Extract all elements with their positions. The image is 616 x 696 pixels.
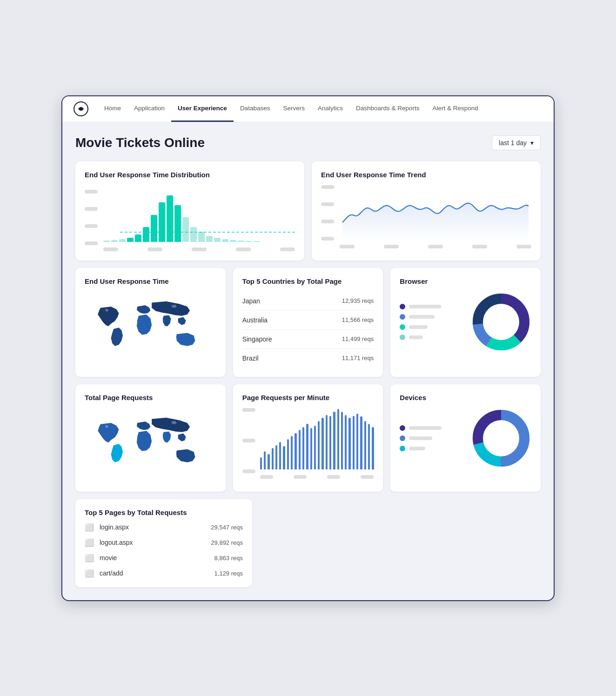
legend-dot (400, 314, 405, 320)
legend-dot (400, 335, 405, 340)
dist-bar (151, 215, 157, 242)
dist-bar (174, 205, 181, 242)
nav-alert[interactable]: Alert & Respond (426, 96, 485, 122)
distribution-chart (103, 185, 295, 246)
y-label (321, 185, 334, 189)
map2-title: Total Page Requests (85, 394, 216, 402)
dist-bar (246, 241, 252, 241)
devices-card: Devices (390, 384, 541, 492)
dist-bar (254, 241, 260, 241)
page-row: ⬜ login.aspx 29,547 reqs (85, 523, 243, 532)
svg-point-6 (483, 304, 519, 340)
y-label (85, 190, 98, 194)
req-bar (279, 442, 281, 469)
dist-bar (206, 236, 213, 242)
browser-donut-area (400, 292, 531, 352)
legend-bar (409, 315, 435, 319)
y-label (242, 469, 255, 473)
legend-bar (409, 447, 425, 450)
legend-dot (400, 425, 405, 431)
req-bar (299, 430, 301, 469)
legend-item (400, 446, 463, 451)
nav-home[interactable]: Home (98, 96, 127, 122)
dist-bar (182, 217, 189, 242)
browser-legend (400, 304, 463, 340)
req-bar (329, 416, 331, 469)
monitor-icon: ⬜ (85, 538, 94, 547)
req-bar (321, 418, 323, 469)
dist-bar (214, 238, 221, 241)
x-label (192, 248, 207, 251)
country-reqs: 11,566 reqs (342, 316, 374, 323)
dist-bar (159, 202, 165, 241)
main-content: Movie Tickets Online last 1 day ▾ End Us… (62, 122, 554, 600)
country-row: Japan 12,935 reqs (242, 292, 374, 311)
country-reqs: 11,499 reqs (342, 335, 374, 342)
y-label (321, 237, 334, 241)
legend-item (400, 324, 463, 330)
page-row: ⬜ logout.aspx 29,892 reqs (85, 538, 243, 547)
country-row: Singapore 11,499 reqs (242, 330, 374, 349)
req-bar (314, 426, 316, 469)
country-name: Japan (242, 297, 260, 305)
legend-item (400, 314, 463, 320)
countries-list: Japan 12,935 reqsAustralia 11,566 reqsSi… (242, 292, 374, 368)
country-name: Brazil (242, 355, 259, 362)
req-bar (302, 427, 304, 469)
trend-x-axis (340, 245, 531, 248)
legend-dot (400, 435, 405, 441)
page-title: Movie Tickets Online (75, 135, 205, 150)
chevron-down-icon: ▾ (530, 139, 534, 147)
world-map-2 (85, 408, 216, 482)
req-bar (345, 415, 347, 469)
pages-title: Top 5 Pages by Total Requests (85, 509, 243, 516)
legend-bar (409, 305, 442, 308)
time-selector[interactable]: last 1 day ▾ (492, 135, 541, 150)
req-bar (287, 439, 289, 469)
devices-title: Devices (400, 394, 531, 402)
req-bar (268, 454, 269, 469)
nav-dashboards[interactable]: Dashboards & Reports (349, 96, 426, 122)
dist-bar (190, 227, 197, 242)
dist-bar (119, 239, 126, 241)
legend-bar (409, 335, 423, 339)
y-label (85, 241, 98, 245)
req-bar (368, 424, 370, 469)
page-reqs: 8,863 reqs (214, 555, 243, 562)
page-name: login.aspx (100, 523, 205, 531)
y-label (85, 224, 98, 228)
y-label (321, 220, 334, 223)
country-name: Singapore (242, 335, 272, 343)
req-bar (372, 427, 374, 469)
country-name: Australia (242, 316, 268, 324)
map1-title: End User Response Time (85, 277, 216, 285)
top-row: End User Response Time Distribution (75, 161, 541, 261)
monitor-icon: ⬜ (85, 523, 94, 532)
nav-analytics[interactable]: Analytics (311, 96, 349, 122)
countries-title: Top 5 Countries by Total Page (242, 277, 374, 285)
legend-item (400, 435, 463, 441)
y-label (242, 408, 255, 412)
page-req-title: Page Requests per Minute (242, 394, 374, 402)
y-label (242, 439, 255, 442)
svg-point-11 (483, 420, 519, 456)
monitor-icon: ⬜ (85, 569, 94, 578)
dist-bar (167, 195, 173, 242)
x-label (147, 248, 162, 251)
page-name: cart/add (100, 569, 209, 577)
nav-servers[interactable]: Servers (276, 96, 311, 122)
nav-application[interactable]: Application (127, 96, 171, 122)
x-label (236, 248, 251, 251)
page-name: logout.aspx (100, 539, 205, 546)
page-header: Movie Tickets Online last 1 day ▾ (75, 135, 541, 150)
req-bar (341, 412, 343, 469)
devices-legend (400, 425, 463, 451)
mid-row: End User Response Time (75, 268, 541, 377)
dist-bar (135, 234, 141, 242)
nav-user-experience[interactable]: User Experience (171, 96, 234, 122)
req-bar (295, 433, 296, 469)
map2-card: Total Page Requests (75, 384, 226, 492)
logo (74, 101, 88, 116)
nav-databases[interactable]: Databases (234, 96, 277, 122)
req-bar (360, 416, 362, 469)
